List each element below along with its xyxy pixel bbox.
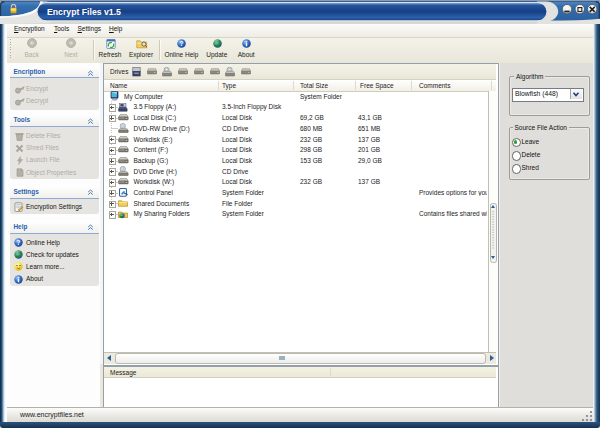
svg-text:Encrypt Files v1.5: Encrypt Files v1.5 (47, 7, 121, 17)
svg-text:?: ? (16, 239, 20, 246)
svg-text:?: ? (179, 40, 183, 47)
